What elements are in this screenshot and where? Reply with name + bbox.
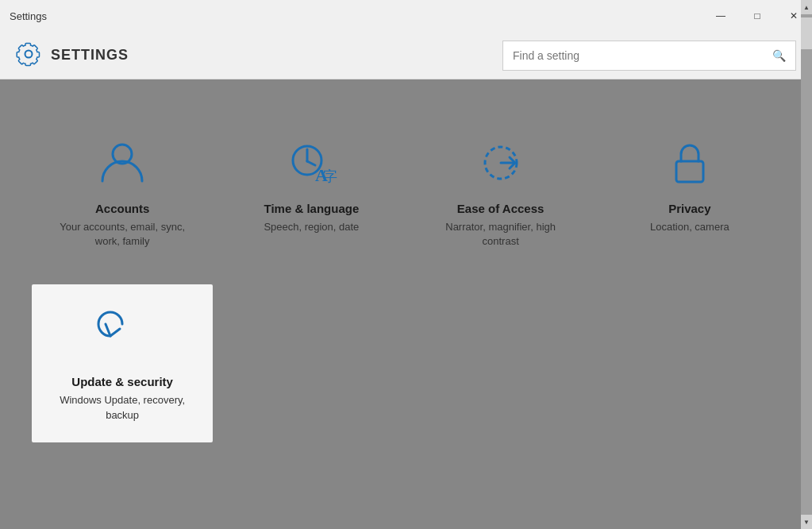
maximize-button[interactable]: □ bbox=[739, 0, 775, 32]
update-security-name: Update & security bbox=[71, 375, 173, 388]
minimize-button[interactable]: — bbox=[702, 0, 739, 32]
search-input[interactable] bbox=[513, 49, 772, 62]
ease-of-access-name: Ease of Access bbox=[457, 202, 545, 215]
app-header: SETTINGS 🔍 bbox=[0, 32, 812, 79]
window-title: Settings bbox=[10, 10, 47, 22]
accounts-name: Accounts bbox=[95, 202, 149, 215]
scroll-up-arrow[interactable]: ▲ bbox=[801, 0, 812, 14]
window-controls: — □ ✕ bbox=[702, 0, 812, 32]
privacy-icon bbox=[662, 135, 718, 191]
scroll-down-arrow[interactable]: ▼ bbox=[801, 515, 812, 529]
settings-gear-icon bbox=[16, 41, 41, 70]
setting-item-ease-of-access[interactable]: Ease of Access Narrator, magnifier, high… bbox=[410, 111, 591, 268]
time-language-icon: A 字 bbox=[283, 135, 339, 191]
settings-grid-row2: Update & security Windows Update, recove… bbox=[32, 284, 780, 442]
setting-item-accounts[interactable]: Accounts Your accounts, email, sync, wor… bbox=[32, 111, 213, 268]
svg-text:字: 字 bbox=[323, 168, 337, 184]
scroll-thumb[interactable] bbox=[801, 17, 812, 49]
accounts-desc: Your accounts, email, sync, work, family bbox=[48, 220, 197, 249]
app-title: SETTINGS bbox=[51, 47, 129, 64]
search-box[interactable]: 🔍 bbox=[502, 41, 796, 71]
setting-item-time-language[interactable]: A 字 Time & language Speech, region, date bbox=[221, 111, 402, 268]
update-security-desc: Windows Update, recovery, backup bbox=[48, 393, 197, 422]
accounts-icon bbox=[94, 135, 150, 191]
ease-of-access-icon bbox=[473, 135, 529, 191]
search-icon: 🔍 bbox=[772, 49, 786, 62]
setting-item-privacy[interactable]: Privacy Location, camera bbox=[599, 111, 780, 268]
time-language-name: Time & language bbox=[264, 202, 359, 215]
svg-rect-8 bbox=[676, 161, 703, 182]
time-language-desc: Speech, region, date bbox=[264, 220, 359, 234]
header-left: SETTINGS bbox=[16, 41, 129, 70]
privacy-name: Privacy bbox=[668, 202, 710, 215]
scrollbar[interactable]: ▲ ▼ bbox=[801, 0, 812, 529]
svg-line-3 bbox=[307, 161, 315, 165]
setting-item-update-security[interactable]: Update & security Windows Update, recove… bbox=[32, 284, 213, 442]
main-content: Accounts Your accounts, email, sync, wor… bbox=[0, 79, 812, 529]
title-bar: Settings — □ ✕ bbox=[0, 0, 812, 32]
settings-grid-row1: Accounts Your accounts, email, sync, wor… bbox=[32, 111, 780, 268]
update-security-icon bbox=[94, 308, 150, 364]
privacy-desc: Location, camera bbox=[650, 220, 729, 234]
scroll-track[interactable] bbox=[801, 14, 812, 515]
ease-of-access-desc: Narrator, magnifier, high contrast bbox=[426, 220, 575, 249]
